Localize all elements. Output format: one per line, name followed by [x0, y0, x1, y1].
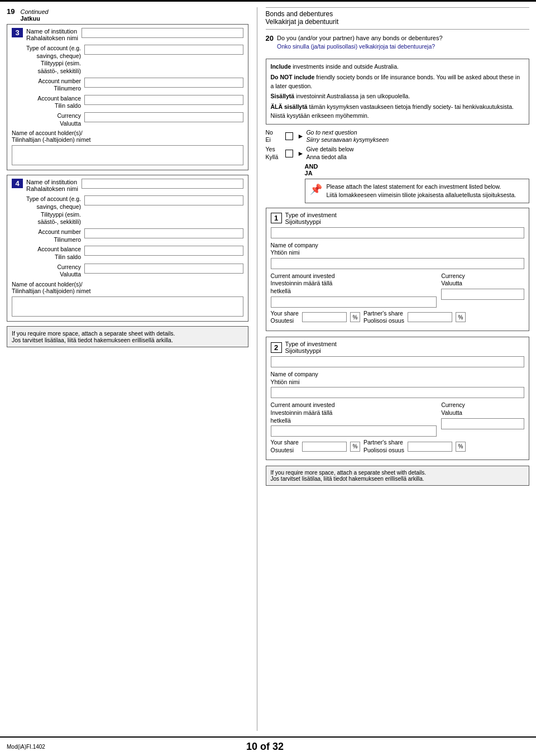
field-row-account-balance-4: Account balanceTilin saldo: [12, 246, 243, 261]
inv2-currency-input[interactable]: [441, 418, 524, 429]
yes-label: YesKyllä: [266, 146, 285, 161]
account-balance-label-3: Account balanceTilin saldo: [12, 95, 84, 110]
field-row-account-number-3: Account numberTilinumero: [12, 78, 243, 93]
inv2-type-label: Type of investmentSijoitustyyppi: [285, 341, 337, 354]
account-type-input-4[interactable]: [84, 195, 243, 205]
yes-arrow-icon: ►: [298, 150, 304, 157]
inv1-header: 1 Type of investmentSijoitustyyppi: [271, 212, 524, 225]
right-column: Bonds and debentures Velkakirjat ja debe…: [257, 7, 529, 731]
and-fi: JA: [305, 170, 529, 176]
include-box: Include investments inside and outside A…: [266, 59, 529, 125]
inv2-your-percent: %: [350, 442, 360, 452]
box-3-number: 3: [12, 28, 23, 37]
inv1-partner-percent: %: [456, 312, 466, 322]
inv2-company-input[interactable]: [271, 387, 524, 398]
account-holder-textarea-3[interactable]: [12, 145, 243, 165]
content-area: 19 Continued Jatkuu 3 Name of institutio…: [0, 2, 536, 736]
account-balance-input-3[interactable]: [84, 95, 243, 105]
inv2-amount-input[interactable]: [271, 425, 437, 437]
section-19-number: 19: [7, 7, 15, 16]
q20-body: Do you (and/or your partner) have any bo…: [277, 34, 443, 51]
inv1-company-label: Name of companyYhtiön nimi: [271, 242, 524, 257]
account-balance-input-4[interactable]: [84, 246, 243, 256]
bottom-note-fi: Jos tarvitset lisätilaa, liitä tiedot ha…: [271, 476, 524, 482]
inv1-amount-input[interactable]: [271, 296, 437, 308]
inv1-share-row: Your shareOsuutesi % Partner's sharePuol…: [271, 310, 524, 325]
inv2-partner-share-label: Partner's sharePuolisosi osuus: [363, 439, 404, 454]
paperclip-en: Please attach the latest statement for e…: [327, 183, 501, 190]
inv1-your-share-input[interactable]: [302, 312, 347, 322]
no-desc: Go to next question Siirry seuraavaan ky…: [306, 129, 389, 144]
sisallyta: Sisällytä investoinnit Australiassa ja s…: [271, 92, 524, 101]
inv2-amount-label: Current amount investedInvestoinnin määr…: [271, 401, 437, 424]
no-checkbox[interactable]: [285, 132, 293, 140]
inv2-type-input[interactable]: [271, 356, 524, 367]
inv2-company-label: Name of companyYhtiön nimi: [271, 371, 524, 386]
box-3-label-en: Name of institution: [26, 28, 78, 35]
currency-input-4[interactable]: [84, 264, 243, 274]
account-holder-textarea-4[interactable]: [12, 296, 243, 317]
q20-en: Do you (and/or your partner) have any bo…: [277, 34, 443, 42]
note-text-en: If you require more space, attach a sepa…: [12, 330, 243, 337]
box-3-header: 3 Name of institution Rahalaitoksen nimi: [12, 28, 243, 41]
q20-fi: Onko sinulla (ja/tai puolisollasi) velka…: [277, 42, 443, 51]
inv2-share-row: Your shareOsuutesi % Partner's sharePuol…: [271, 439, 524, 454]
inv2-header: 2 Type of investmentSijoitustyyppi: [271, 341, 524, 354]
left-column: 19 Continued Jatkuu 3 Name of institutio…: [7, 7, 257, 731]
inv2-your-share-label: Your shareOsuutesi: [271, 439, 299, 454]
inv1-type-input[interactable]: [271, 227, 524, 238]
account-balance-label-4: Account balanceTilin saldo: [12, 246, 84, 261]
field-row-currency-3: CurrencyValuutta: [12, 112, 243, 127]
no-row: NoEi ► Go to next question Siirry seuraa…: [266, 129, 529, 144]
field-row-account-type-3: Type of account (e.g.savings, cheque)Til…: [12, 45, 243, 75]
account-number-label-3: Account numberTilinumero: [12, 78, 84, 93]
include-en: Include investments inside and outside A…: [271, 63, 524, 71]
section-19-continued: Continued: [20, 8, 48, 15]
account-holder-label-4: Name of account holder(s)/Tilinhaltijan …: [12, 281, 243, 294]
box-3-label-fi: Rahalaitoksen nimi: [26, 35, 78, 41]
account-type-input-3[interactable]: [84, 45, 243, 55]
currency-input-3[interactable]: [84, 112, 243, 122]
box-3: 3 Name of institution Rahalaitoksen nimi…: [7, 24, 248, 170]
field-row-account-number-4: Account numberTilinumero: [12, 228, 243, 243]
account-number-input-4[interactable]: [84, 228, 243, 238]
yes-checkbox[interactable]: [285, 150, 293, 157]
page: 19 Continued Jatkuu 3 Name of institutio…: [0, 0, 536, 756]
inv1-your-percent: %: [350, 312, 360, 322]
inv1-partner-share-label: Partner's sharePuolisosi osuus: [363, 310, 404, 325]
yes-desc: Give details belowAnna tiedot alla: [306, 146, 353, 161]
right-top-section: Bonds and debentures Velkakirjat ja debe…: [266, 7, 529, 30]
box-4-number: 4: [12, 179, 23, 188]
currency-label-3: CurrencyValuutta: [12, 112, 84, 127]
inv2-partner-share-input[interactable]: [408, 442, 452, 452]
account-type-label-3: Type of account (e.g.savings, cheque)Til…: [12, 45, 84, 75]
inv1-company-input[interactable]: [271, 258, 524, 269]
page-footer: Mod(iA)FI.1402 10 of 32: [0, 736, 536, 756]
inv2-currency-label: CurrencyValuutta: [441, 401, 524, 417]
do-not-include-en: Do NOT include friendly society bonds or…: [271, 73, 524, 91]
note-text-fi: Jos tarvitset lisätilaa, liitä tiedot ha…: [12, 337, 243, 343]
paperclip-fi: Liitä lomakkeeseen viimeisin tiliote jok…: [327, 192, 516, 198]
inv1-partner-share-input[interactable]: [408, 312, 452, 322]
left-note-box: If you require more space, attach a sepa…: [7, 326, 248, 347]
section-19-title-fi: Jatkuu: [20, 15, 48, 22]
bottom-note-en: If you require more space, attach a sepa…: [271, 470, 524, 476]
inv1-amount-label: Current amount investedInvestoinnin määr…: [271, 272, 437, 295]
inv2-your-share-input[interactable]: [302, 442, 347, 452]
inv1-type-label: Type of investmentSijoitustyyppi: [285, 212, 337, 225]
account-number-input-3[interactable]: [84, 78, 243, 88]
yes-row: YesKyllä ► Give details belowAnna tiedot…: [266, 146, 529, 161]
field-row-currency-4: CurrencyValuutta: [12, 264, 243, 279]
inv1-number: 1: [271, 213, 282, 223]
paperclip-icon: 📌: [310, 183, 322, 197]
currency-label-4: CurrencyValuutta: [12, 264, 84, 279]
box-4-institution-input[interactable]: [82, 179, 243, 189]
investment-1: 1 Type of investmentSijoitustyyppi Name …: [266, 208, 529, 331]
paperclip-text: Please attach the latest statement for e…: [327, 183, 516, 199]
account-number-label-4: Account numberTilinumero: [12, 228, 84, 243]
inv1-your-share-label: Your shareOsuutesi: [271, 310, 299, 325]
inv1-currency-input[interactable]: [441, 289, 524, 300]
box-3-institution-input[interactable]: [82, 28, 243, 38]
box-4-label-en: Name of institution: [26, 179, 78, 185]
account-type-label-4: Type of account (e.g.savings, cheque)Til…: [12, 195, 84, 226]
